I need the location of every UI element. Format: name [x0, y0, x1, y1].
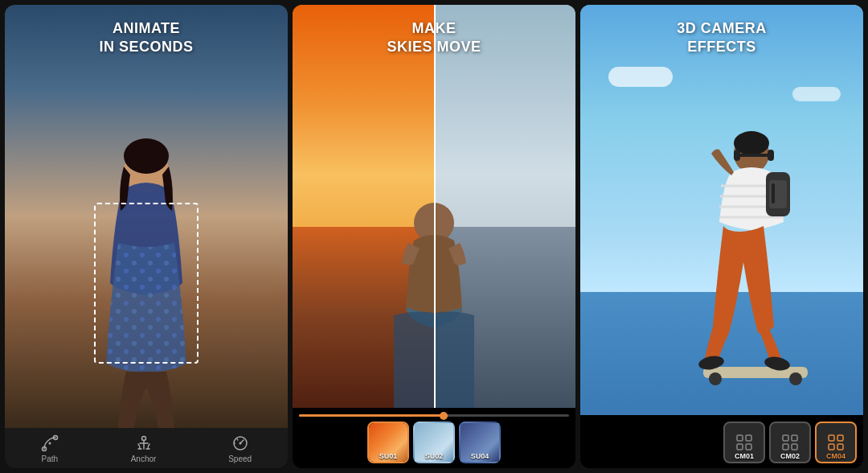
panel-animate: ANIMATEIN SECONDS	[5, 5, 288, 468]
svg-point-20	[709, 372, 722, 385]
toolbar-anchor[interactable]: Anchor	[131, 434, 157, 463]
progress-handle[interactable]	[440, 412, 448, 420]
svg-rect-36	[783, 435, 788, 441]
anchor-label: Anchor	[131, 454, 157, 463]
svg-rect-35	[746, 444, 751, 450]
progress-fill	[299, 414, 448, 417]
filter-su04-label: SU04	[461, 452, 499, 460]
svg-rect-34	[737, 444, 743, 450]
panel-3-background: 3D CAMERAEFFECTS	[580, 5, 863, 415]
path-icon	[41, 434, 59, 452]
svg-rect-33	[746, 435, 751, 441]
filter-strip-panel-2: SU01 SU02 SU04	[293, 408, 575, 468]
filter-cm01-label: CM01	[725, 452, 764, 460]
path-label: Path	[42, 454, 59, 463]
filter-strip-panel-3: CM01 CM02 CM04	[580, 415, 863, 468]
panel-1-title: ANIMATEIN SECONDS	[5, 19, 288, 56]
filter-su02-label: SU02	[415, 452, 453, 460]
svg-point-4	[124, 138, 169, 174]
panel-1-background: ANIMATEIN SECONDS	[5, 5, 288, 428]
split-divider	[434, 5, 436, 408]
filter-cm04-label: CM04	[817, 452, 855, 460]
panel-3-title: 3D CAMERAEFFECTS	[580, 19, 863, 56]
panel-skies: MAKESKIES MOVE	[293, 5, 575, 468]
speed-icon	[231, 434, 249, 452]
svg-point-7	[48, 442, 51, 445]
svg-rect-43	[837, 444, 843, 450]
svg-point-21	[789, 372, 802, 385]
filter-su01[interactable]: SU01	[367, 422, 409, 463]
filter-cm02-label: CM02	[771, 452, 809, 460]
panel-2-background: MAKESKIES MOVE	[293, 5, 575, 408]
filter-cm04[interactable]: CM04	[815, 422, 857, 463]
svg-rect-26	[734, 154, 774, 157]
toolbar-speed[interactable]: Speed	[228, 434, 252, 463]
svg-rect-41	[837, 435, 843, 441]
filter-su01-label: SU01	[369, 452, 407, 460]
svg-rect-42	[829, 444, 834, 450]
svg-rect-32	[737, 435, 743, 441]
app-container: ANIMATEIN SECONDS	[0, 0, 868, 473]
filter-su04[interactable]: SU04	[459, 422, 501, 463]
filter-cm02[interactable]: CM02	[769, 422, 811, 463]
svg-rect-31	[772, 183, 775, 204]
svg-rect-39	[792, 444, 797, 450]
svg-line-15	[240, 440, 244, 443]
panel-3d: 3D CAMERAEFFECTS	[580, 5, 863, 468]
progress-bar[interactable]	[299, 414, 569, 417]
svg-rect-40	[829, 435, 834, 441]
anchor-icon	[135, 434, 153, 452]
svg-rect-37	[792, 435, 797, 441]
toolbar-panel-1: Path Anchor	[5, 428, 288, 468]
svg-rect-38	[783, 444, 788, 450]
speed-label: Speed	[228, 454, 252, 463]
filter-su02[interactable]: SU02	[413, 422, 455, 463]
filter-thumbs-panel-2: SU01 SU02 SU04	[299, 422, 569, 463]
selection-box	[94, 203, 199, 364]
person-silhouette-3	[647, 109, 808, 415]
filter-cm01[interactable]: CM01	[723, 422, 765, 463]
toolbar-path[interactable]: Path	[41, 434, 59, 463]
svg-line-16	[237, 439, 238, 440]
